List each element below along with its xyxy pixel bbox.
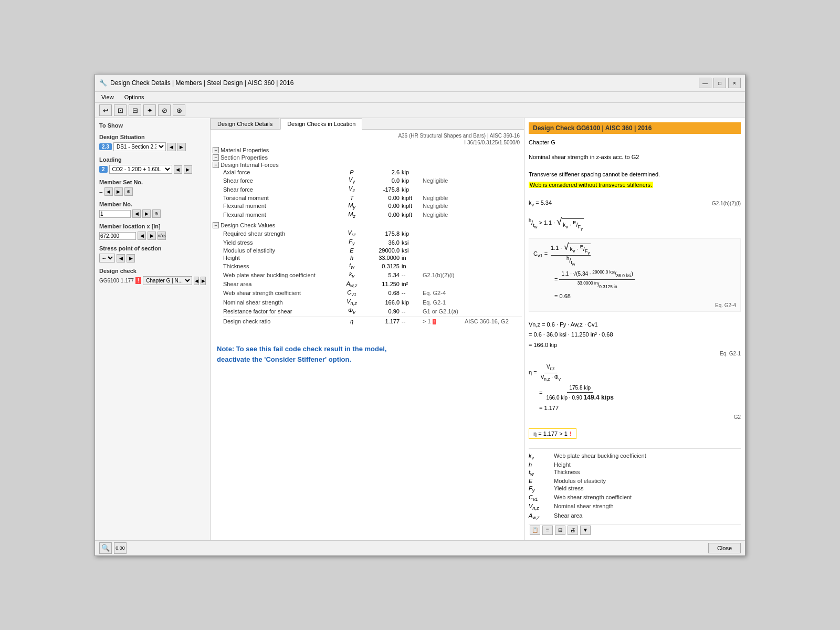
dc-ratio-note: > 1 !: [423, 318, 465, 324]
toolbar-btn-2[interactable]: ⊡: [114, 104, 127, 116]
toolbar-btn-4[interactable]: ✦: [143, 104, 156, 116]
cv-value-6: 11.250: [360, 281, 402, 287]
tree-check-values[interactable]: − Design Check Values: [213, 222, 522, 229]
member-no-prev-btn[interactable]: ◀: [132, 209, 141, 218]
member-no-input[interactable]: [99, 210, 131, 218]
toolbar-btn-3[interactable]: ⊟: [129, 104, 141, 116]
menu-options[interactable]: Options: [122, 93, 146, 101]
force-unit-0: kip: [402, 169, 423, 175]
load-badge: 2: [99, 166, 108, 173]
cv-var-4: tw: [344, 262, 360, 270]
bottom-icon-2[interactable]: 0.00: [114, 542, 127, 554]
member-location-input[interactable]: [99, 232, 136, 240]
force-name-5: Flexural moment: [223, 212, 344, 218]
legend-desc-3: Modulus of elasticity: [554, 478, 741, 484]
cv1-calc-line: = 1.1 · √(5.34 · 29000.0 ksi/36.0 ksi) 3…: [554, 269, 736, 291]
maximize-button[interactable]: □: [713, 78, 726, 88]
member-set-next-btn[interactable]: ▶: [114, 187, 123, 196]
force-name-1: Shear force: [223, 177, 344, 184]
tree-section[interactable]: − Section Properties: [213, 154, 522, 161]
cv-note-8: Eq. G2-1: [423, 299, 465, 306]
member-set-icon-btn[interactable]: ⊕: [124, 187, 133, 196]
rp-icon-3[interactable]: ⊟: [555, 526, 565, 535]
menu-bar: View Options: [95, 92, 745, 103]
cv-unit-2: ksi: [402, 247, 423, 254]
note1-text: Transverse stiffener spacing cannot be d…: [529, 170, 741, 180]
kv-ref: G2.1(b)(2)(i): [712, 201, 741, 206]
main-window: 🔧 Design Check Details | Members | Steel…: [94, 74, 746, 556]
table-row: Design check ratio η 1.177 -- > 1 ! AISC…: [223, 317, 522, 325]
tree-material[interactable]: − Material Properties: [213, 146, 522, 154]
location-prev-btn[interactable]: ◀: [138, 232, 146, 240]
legend-var-2: tw: [529, 469, 550, 477]
loading-next-btn[interactable]: ▶: [184, 165, 192, 174]
member-no-next-btn[interactable]: ▶: [142, 209, 151, 218]
eta-calc: = 175.8 kip 166.0 kip · 0.90 149.4 kips …: [529, 384, 741, 413]
tree-toggle-material[interactable]: −: [213, 147, 219, 153]
description-label: Nominal shear strength in z-axis acc. to…: [529, 153, 741, 162]
location-icon-btn[interactable]: ×/x₀: [158, 232, 166, 240]
dc-prev-btn[interactable]: ◀: [194, 277, 199, 285]
dc-ratio-ref: AISC 360-16, G2: [465, 318, 509, 324]
ds-next-btn[interactable]: ▶: [177, 143, 186, 151]
cv-note-9: G1 or G2.1(a): [423, 308, 465, 314]
stress-select[interactable]: --: [99, 254, 115, 262]
force-unit-4: kipft: [402, 203, 423, 209]
cv-var-5: kv: [344, 271, 360, 279]
cv-unit-7: --: [402, 290, 423, 296]
dc-ratio-unit: --: [402, 318, 423, 324]
force-unit-5: kipft: [402, 212, 423, 218]
ds-badge: 2.3: [99, 143, 112, 150]
ds-select[interactable]: DS1 - Section 2.3 (LRFD), 1. ...: [113, 142, 166, 151]
to-show-section: To Show: [99, 122, 206, 129]
table-row: Height h 33.0000 in: [223, 254, 522, 261]
toolbar-btn-6[interactable]: ⊛: [173, 104, 185, 116]
result-eta-text: η = 1.177 > 1: [533, 430, 568, 437]
cv1-numerator: 1.1 · √kv · E/Fy: [551, 245, 591, 251]
table-row: Resistance factor for shear Φv 0.90 -- G…: [223, 307, 522, 316]
stress-prev-btn[interactable]: ◀: [117, 254, 125, 262]
check-values-children: Required shear strength Vrz 175.8 kip Yi…: [213, 229, 522, 326]
toolbar-btn-1[interactable]: ↩: [99, 104, 112, 116]
member-no-icon-btn[interactable]: ⊕: [152, 209, 161, 218]
design-check-select[interactable]: Chapter G | N...: [143, 276, 192, 285]
ds-prev-btn[interactable]: ◀: [167, 143, 176, 151]
force-unit-1: kip: [402, 177, 423, 184]
force-note-4: Negligible: [423, 203, 465, 209]
cv-var-0: Vrz: [344, 229, 360, 237]
cv-name-5: Web plate shear buckling coefficient: [223, 272, 344, 278]
rp-icon-1[interactable]: 📋: [530, 526, 540, 535]
rp-icon-4[interactable]: 🖨: [568, 526, 578, 535]
bottom-icon-1[interactable]: 🔍: [99, 542, 112, 554]
to-show-label: To Show: [99, 122, 206, 129]
rp-icon-5[interactable]: ▼: [580, 526, 591, 535]
menu-view[interactable]: View: [99, 93, 116, 101]
close-window-button[interactable]: ×: [728, 78, 741, 88]
member-set-prev-btn[interactable]: ◀: [104, 187, 113, 196]
tree-toggle-forces[interactable]: −: [213, 162, 219, 168]
cv-name-7: Web shear strength coefficient: [223, 290, 344, 296]
tab-design-checks-location[interactable]: Design Checks in Location: [280, 118, 362, 130]
location-next-btn[interactable]: ▶: [148, 232, 156, 240]
toolbar-btn-5[interactable]: ⊘: [158, 104, 171, 116]
dc-next-btn[interactable]: ▶: [201, 277, 206, 285]
stress-next-btn[interactable]: ▶: [127, 254, 135, 262]
tab-design-check-details[interactable]: Design Check Details: [211, 118, 279, 129]
minimize-button[interactable]: —: [699, 78, 711, 88]
cv-value-4: 0.3125: [360, 263, 402, 269]
member-location-control: ◀ ▶ ×/x₀: [99, 232, 206, 240]
rp-icon-2[interactable]: ≡: [542, 526, 553, 535]
toolbar: ↩ ⊡ ⊟ ✦ ⊘ ⊛: [95, 103, 745, 118]
loading-select[interactable]: CO2 - 1.20D + 1.60L: [109, 165, 172, 174]
eta-calc-den2: 149.4 kips: [584, 394, 614, 401]
force-note-3: Negligible: [423, 195, 465, 201]
vn-section: Vn,z = 0.6 · Fy · Aw,z · Cv1 = 0.6 · 36.…: [529, 319, 741, 357]
cv-unit-0: kip: [402, 230, 423, 237]
table-row: Yield stress Fy 36.0 ksi: [223, 238, 522, 247]
loading-prev-btn[interactable]: ◀: [174, 165, 182, 174]
tree-toggle-section[interactable]: −: [213, 154, 219, 161]
tree-internal-forces[interactable]: − Design Internal Forces: [213, 161, 522, 169]
legend-section: kv Web plate shear buckling coefficient …: [529, 448, 741, 521]
tree-toggle-check-values[interactable]: −: [213, 222, 219, 228]
close-button[interactable]: Close: [708, 543, 741, 553]
